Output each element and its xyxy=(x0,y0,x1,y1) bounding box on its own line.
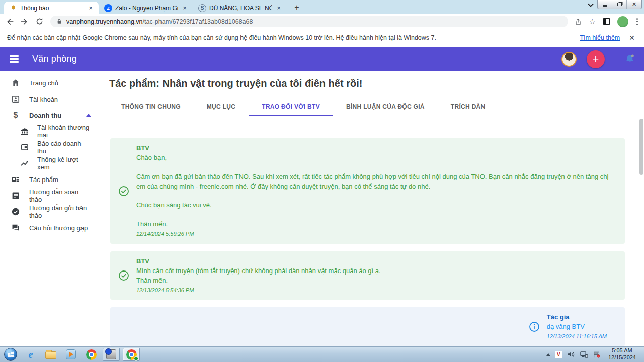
sidebar-item-submission-guide[interactable]: Hướng dẫn gửi bản thảo xyxy=(0,204,98,220)
tab-close-icon[interactable]: × xyxy=(181,4,189,12)
notifications-bell-icon[interactable] xyxy=(624,53,636,65)
app-body: Trang chủ Tài khoản $ Doanh thu Tài khoả… xyxy=(0,71,644,346)
browser-tabstrip: Thông báo × Z Zalo - Nguyễn Phạm Gia Kỳ … xyxy=(0,0,644,14)
clock-time: 5:05 AM xyxy=(608,347,636,354)
sidebar-label: Hướng dẫn soạn thảo xyxy=(29,188,91,203)
document-icon xyxy=(11,191,20,200)
taskbar-chrome-icon[interactable] xyxy=(83,348,100,361)
share-icon[interactable] xyxy=(574,18,582,26)
window-close-button[interactable]: ✕ xyxy=(627,0,641,9)
tab-editor-exchange[interactable]: TRAO ĐỔI VỚI BTV xyxy=(249,98,333,116)
message-paragraph: Cảm ơn bạn đã gửi bản thảo đến TNO. Sau … xyxy=(136,172,617,192)
windows-taskbar: e V 5:05 AM 12/15/2024 xyxy=(0,346,644,362)
url-path: /tac-pham/67293f17af13ab08d1068a68 xyxy=(143,18,253,25)
collapse-caret-icon[interactable] xyxy=(86,114,91,117)
message-card-author: Tác giả dạ vâng BTV 12/13/2024 11:16:15 … xyxy=(110,307,625,346)
home-icon xyxy=(11,78,20,87)
sidebar-item-writing-guide[interactable]: Hướng dẫn soạn thảo xyxy=(0,188,98,204)
new-tab-button[interactable]: + xyxy=(290,2,303,13)
taskbar-chrome-active-icon[interactable] xyxy=(123,348,140,361)
sidebar-label: Doanh thu xyxy=(29,112,61,119)
app-title: Văn phòng xyxy=(32,54,77,64)
browser-tab-zalo[interactable]: Z Zalo - Nguyễn Phạm Gia Kỳ × xyxy=(99,2,193,14)
reload-button[interactable] xyxy=(35,17,44,26)
sidebar-item-revenue-report[interactable]: Báo cáo doanh thu xyxy=(0,139,98,155)
sidebar-item-revenue[interactable]: $ Doanh thu xyxy=(0,107,98,123)
window-minimize-button[interactable] xyxy=(598,0,612,9)
learn-more-link[interactable]: Tìm hiểu thêm xyxy=(580,34,620,41)
forward-button[interactable] xyxy=(20,17,29,26)
sidebar-item-faq[interactable]: Câu hỏi thường gặp xyxy=(0,220,98,236)
works-icon xyxy=(11,175,20,184)
bell-favicon-icon xyxy=(9,4,17,12)
sidebar-item-home[interactable]: Trang chủ xyxy=(0,75,98,91)
user-avatar[interactable] xyxy=(561,52,577,67)
sidebar-label: Trang chủ xyxy=(29,79,58,87)
browser-toolbar: vanphong.truyennhaong.vn/tac-pham/67293f… xyxy=(0,14,644,29)
message-paragraph: Thân mến. xyxy=(136,276,617,286)
taskbar-ie-icon[interactable]: e xyxy=(22,348,39,361)
main-content: Tác phẩm: Nhân vật trong truyện của tôi … xyxy=(98,71,644,346)
forum-icon xyxy=(11,223,20,232)
taskbar-media-player-icon[interactable] xyxy=(62,348,79,361)
bookmark-star-icon[interactable]: ☆ xyxy=(589,17,596,26)
sidebar-label: Hướng dẫn gửi bản thảo xyxy=(29,204,91,219)
side-panel-icon[interactable] xyxy=(603,18,610,25)
message-paragraph: Chúc bạn sáng tác vui vẻ. xyxy=(136,201,617,210)
message-paragraph: Chào bạn, xyxy=(136,153,617,163)
check-circle-icon xyxy=(118,270,129,281)
banner-close-icon[interactable]: ✕ xyxy=(627,34,637,42)
sidebar-item-view-stats[interactable]: Thống kê lượt xem xyxy=(0,155,98,171)
tray-ultraviewer-icon[interactable]: V xyxy=(555,351,562,358)
author-message-row: Tác giả dạ vâng BTV 12/13/2024 11:16:15 … xyxy=(529,313,607,341)
message-card-editor-2: BTV Mình cần cốt truyện (tóm tắt truyện)… xyxy=(110,251,625,300)
action-center-flag-icon[interactable] xyxy=(593,351,601,358)
sender-name: BTV xyxy=(136,257,617,266)
tab-table-of-contents[interactable]: MỤC LỤC xyxy=(194,98,249,116)
taskbar-clock[interactable]: 5:05 AM 12/15/2024 xyxy=(605,347,639,361)
tab-close-icon[interactable]: × xyxy=(275,4,283,12)
sidebar-item-account[interactable]: Tài khoản xyxy=(0,91,98,107)
tab-search-chevron-icon[interactable] xyxy=(588,3,594,7)
browser-tab-notifications[interactable]: Thông báo × xyxy=(4,2,99,14)
start-button[interactable] xyxy=(4,348,17,361)
tab-reader-comments[interactable]: BÌNH LUẬN CỦA ĐỘC GIẢ xyxy=(333,98,438,116)
maximize-icon xyxy=(617,3,622,6)
tab-title: Thông báo xyxy=(20,5,84,12)
app-header: Văn phòng + xyxy=(0,47,644,71)
taskbar-explorer-icon[interactable] xyxy=(42,348,59,361)
back-button[interactable] xyxy=(5,17,14,26)
clock-date: 12/15/2024 xyxy=(608,354,636,361)
network-icon[interactable] xyxy=(580,351,588,358)
volume-icon[interactable] xyxy=(567,351,575,358)
message-body: Tác giả dạ vâng BTV 12/13/2024 11:16:15 … xyxy=(547,313,607,341)
browser-tab-story[interactable]: S ĐỦ NẮNG, HOA SẼ NỞ ĐỦ YÊU T × xyxy=(193,2,287,14)
sidebar-label: Tài khoản thương mại xyxy=(37,124,91,139)
toolbar-actions: ☆ xyxy=(574,16,639,27)
trending-chart-icon xyxy=(20,159,29,168)
sidebar-item-merchant-account[interactable]: Tài khoản thương mại xyxy=(0,123,98,139)
tab-close-icon[interactable]: × xyxy=(87,4,95,12)
sidebar-item-works[interactable]: Tác phẩm xyxy=(0,171,98,188)
menu-hamburger-icon[interactable] xyxy=(8,54,20,64)
check-circle-icon xyxy=(11,207,20,216)
tray-expand-icon[interactable] xyxy=(546,353,550,356)
dollar-icon: $ xyxy=(11,111,20,120)
url-bar[interactable]: vanphong.truyennhaong.vn/tac-pham/67293f… xyxy=(50,16,568,27)
sender-name: BTV xyxy=(136,144,617,153)
screen: Thông báo × Z Zalo - Nguyễn Phạm Gia Kỳ … xyxy=(0,0,644,362)
browser-menu-icon[interactable] xyxy=(635,17,639,26)
browser-profile-avatar[interactable] xyxy=(617,16,628,27)
account-icon xyxy=(11,95,20,104)
page-title: Tác phẩm: Nhân vật trong truyện của tôi … xyxy=(109,78,644,89)
taskbar-ultraviewer-icon[interactable] xyxy=(103,348,120,361)
vertical-scrollbar-thumb[interactable] xyxy=(639,119,643,175)
tab-citation[interactable]: TRÍCH DẪN xyxy=(438,98,499,116)
tab-separator xyxy=(287,5,287,12)
tab-general-info[interactable]: THÔNG TIN CHUNG xyxy=(108,98,194,116)
zalo-favicon-icon: Z xyxy=(104,4,112,12)
window-maximize-button[interactable] xyxy=(612,0,627,9)
add-button[interactable]: + xyxy=(587,50,605,68)
message-timestamp: 12/14/2024 5:59:26 PM xyxy=(136,230,617,238)
message-timestamp: 12/13/2024 11:16:15 AM xyxy=(547,333,607,341)
